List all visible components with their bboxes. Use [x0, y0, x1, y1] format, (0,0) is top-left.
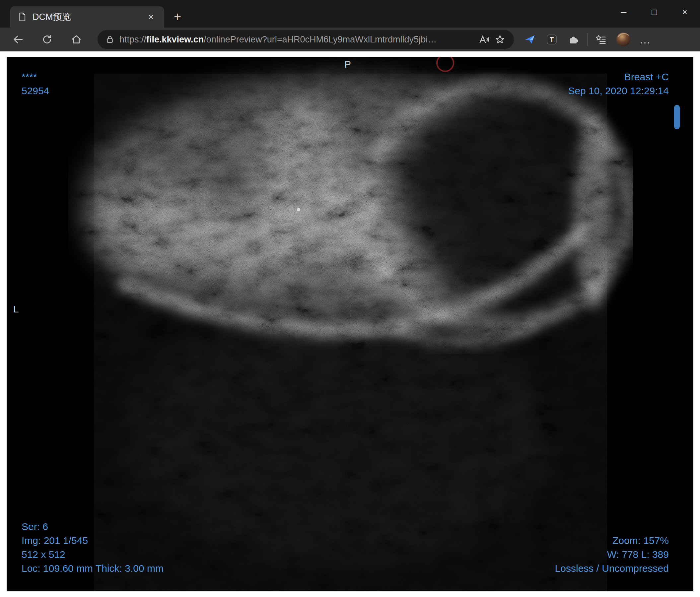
window-level: W: 778 L: 389 — [555, 548, 669, 562]
minimize-button[interactable]: – — [608, 3, 639, 21]
home-button[interactable] — [68, 31, 85, 48]
svg-text:T: T — [550, 36, 554, 43]
overlay-top-right: Breast +C Sep 10, 2020 12:29:14 — [568, 70, 669, 98]
tab-title: DCM预览 — [32, 11, 144, 23]
back-button[interactable] — [9, 31, 27, 48]
extensions-puzzle-icon[interactable] — [565, 31, 582, 48]
compression-info: Lossless / Uncompressed — [555, 562, 669, 575]
study-datetime: Sep 10, 2020 12:29:14 — [568, 84, 669, 98]
url-text[interactable]: https://file.kkview.cn/onlinePreview?url… — [120, 34, 476, 45]
extension-paper-plane-icon[interactable] — [521, 31, 539, 48]
page-icon — [17, 12, 27, 22]
overlay-top-left: **** 52954 — [22, 70, 49, 98]
tab-close-icon[interactable]: × — [144, 9, 158, 24]
patient-id-masked: **** — [22, 70, 49, 84]
overlay-bottom-left: Ser: 6 Img: 201 1/545 512 x 512 Loc: 109… — [22, 520, 164, 575]
tab-dcm-preview[interactable]: DCM预览 × — [10, 6, 164, 28]
toolbar-right-icons: T — [521, 31, 654, 48]
maximize-button[interactable]: □ — [639, 3, 670, 21]
page-content: **** 52954 Breast +C Sep 10, 2020 12:29:… — [0, 51, 700, 597]
settings-menu-icon[interactable]: … — [636, 31, 654, 48]
mri-image — [7, 57, 693, 591]
orientation-left: L — [13, 304, 19, 315]
dicom-viewer: **** 52954 Breast +C Sep 10, 2020 12:29:… — [7, 57, 693, 591]
patient-number: 52954 — [22, 84, 49, 98]
new-tab-button[interactable]: + — [170, 9, 185, 24]
slice-location: Loc: 109.60 mm Thick: 3.00 mm — [22, 562, 164, 575]
orientation-posterior: P — [341, 59, 354, 70]
tab-bar: DCM预览 × + – □ × — [0, 0, 700, 28]
series-number: Ser: 6 — [22, 520, 164, 534]
browser-toolbar: https://file.kkview.cn/onlinePreview?url… — [0, 28, 700, 51]
tampermonkey-icon[interactable]: T — [543, 31, 560, 48]
study-description: Breast +C — [568, 70, 669, 84]
read-aloud-icon[interactable] — [476, 31, 492, 47]
refresh-button[interactable] — [39, 31, 56, 48]
favorite-star-icon[interactable] — [492, 31, 508, 47]
browser-window: DCM预览 × + – □ × — [0, 0, 700, 597]
close-button[interactable]: × — [670, 3, 700, 21]
zoom-level: Zoom: 157% — [555, 534, 669, 548]
toolbar-divider — [587, 33, 588, 46]
lock-icon — [105, 35, 114, 44]
favorites-hub-icon[interactable] — [592, 31, 609, 48]
address-bar[interactable]: https://file.kkview.cn/onlinePreview?url… — [98, 30, 514, 49]
overlay-bottom-right: Zoom: 157% W: 778 L: 389 Lossless / Unco… — [555, 534, 669, 575]
matrix-size: 512 x 512 — [22, 548, 164, 562]
image-number: Img: 201 1/545 — [22, 534, 164, 548]
window-controls: – □ × — [608, 3, 700, 21]
avatar[interactable] — [615, 31, 632, 48]
image-scrollbar-thumb[interactable] — [674, 105, 680, 129]
